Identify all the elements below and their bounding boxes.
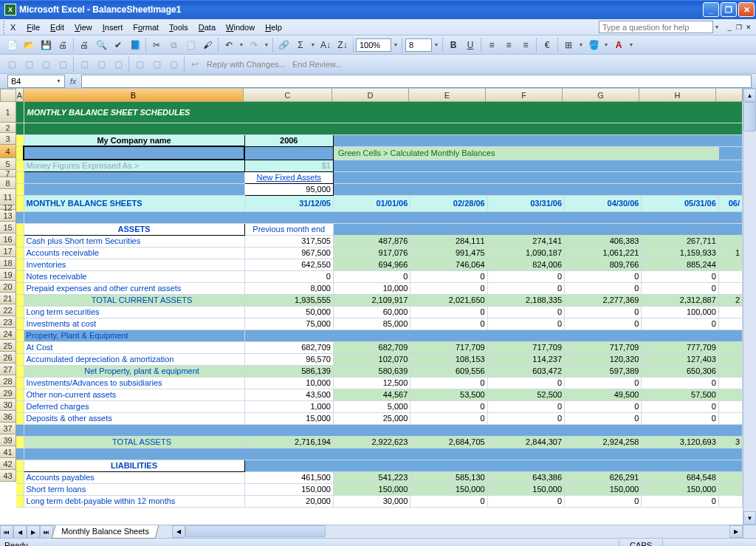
- paste-button[interactable]: 📋: [182, 37, 199, 53]
- cell-invc-6[interactable]: [718, 318, 742, 330]
- undo-button[interactable]: ↶: [221, 37, 237, 53]
- cell-dep-6[interactable]: [718, 412, 742, 424]
- open-button[interactable]: 📂: [21, 37, 37, 53]
- cell-defc-0[interactable]: 1,000: [244, 400, 333, 412]
- cell-invc-1[interactable]: 85,000: [333, 318, 410, 330]
- cell-tca-3[interactable]: 2,188,335: [487, 294, 564, 306]
- menu-insert[interactable]: Insert: [97, 21, 128, 33]
- borders-dropdown[interactable]: ▼: [577, 42, 585, 47]
- cell-netppe-1[interactable]: 580,639: [333, 365, 410, 377]
- review-btn-7[interactable]: ▢: [110, 56, 126, 72]
- cell-prepaid-5[interactable]: 0: [642, 282, 718, 294]
- cell-ltd-5[interactable]: 0: [642, 495, 718, 507]
- cell-cash-6[interactable]: [718, 235, 742, 247]
- cell-netppe-6[interactable]: [718, 365, 742, 377]
- research-button[interactable]: 📘: [127, 37, 143, 53]
- cell-ap-4[interactable]: 626,291: [565, 471, 642, 483]
- cell-cash-1[interactable]: 487,876: [333, 235, 410, 247]
- cell-inv-0[interactable]: 642,550: [244, 259, 333, 270]
- horizontal-scrollbar[interactable]: ◀ ▶: [172, 525, 743, 538]
- cells-area[interactable]: MONTHLY BALANCE SHEET SCHEDULES My Compa…: [16, 102, 743, 525]
- cell-ar-0[interactable]: 967,500: [244, 247, 333, 259]
- cell-ta-2[interactable]: 2,684,705: [410, 436, 487, 448]
- cell-cash-3[interactable]: 274,141: [487, 235, 564, 247]
- new-button[interactable]: 📄: [4, 37, 20, 53]
- cell-inv-1[interactable]: 694,966: [333, 259, 410, 270]
- cell-stl-0[interactable]: 150,000: [244, 483, 333, 495]
- cell-ltd-6[interactable]: [718, 495, 742, 507]
- cell-invc-2[interactable]: 0: [410, 318, 487, 330]
- row-30[interactable]: 30: [0, 399, 16, 411]
- scroll-left-button[interactable]: ◀: [172, 525, 185, 538]
- col-C[interactable]: C: [244, 89, 332, 102]
- review-btn-3[interactable]: ▢: [38, 56, 54, 72]
- review-btn-4[interactable]: ▢: [55, 56, 71, 72]
- autosum-button[interactable]: Σ: [292, 37, 309, 53]
- row-18[interactable]: 18: [0, 257, 16, 269]
- cell-prepaid-3[interactable]: 0: [487, 282, 564, 294]
- bold-button[interactable]: B: [445, 37, 461, 53]
- fx-button[interactable]: fx: [65, 77, 81, 86]
- cell-ltd-0[interactable]: 20,000: [244, 495, 333, 507]
- review-btn-9[interactable]: ▢: [148, 56, 165, 72]
- cell-accdep-0[interactable]: 96,570: [244, 353, 333, 365]
- align-left-button[interactable]: ≡: [484, 37, 500, 53]
- menu-edit[interactable]: Edit: [45, 21, 69, 33]
- cell-stl-3[interactable]: 150,000: [487, 483, 564, 495]
- doc-icon[interactable]: X: [10, 23, 16, 32]
- row-26[interactable]: 26: [0, 352, 16, 364]
- cell-cash-0[interactable]: 317,505: [244, 235, 333, 247]
- cell-ar-2[interactable]: 991,475: [410, 247, 487, 259]
- cell-atcost-5[interactable]: 777,709: [642, 341, 718, 353]
- cell-stl-5[interactable]: 150,000: [642, 483, 718, 495]
- align-center-button[interactable]: ≡: [501, 37, 517, 53]
- reply-icon[interactable]: ↩: [187, 56, 203, 72]
- review-btn-5[interactable]: ▢: [76, 56, 92, 72]
- cell-cash-4[interactable]: 406,383: [565, 235, 642, 247]
- cut-button[interactable]: ✂: [148, 37, 165, 53]
- menubar-handle[interactable]: [3, 21, 7, 34]
- formula-input[interactable]: [81, 75, 752, 88]
- cell-stl-6[interactable]: [718, 483, 742, 495]
- cell-defc-1[interactable]: 5,000: [333, 400, 410, 412]
- cell-invc-4[interactable]: 0: [565, 318, 642, 330]
- cell-dep-4[interactable]: 0: [565, 412, 642, 424]
- cell-ap-0[interactable]: 461,500: [244, 471, 333, 483]
- col-A[interactable]: A: [16, 89, 24, 102]
- cell-defc-2[interactable]: 0: [410, 400, 487, 412]
- cell-inv-5[interactable]: 885,244: [642, 259, 718, 270]
- zoom-dropdown[interactable]: ▼: [392, 42, 399, 47]
- row-2[interactable]: 2: [0, 123, 16, 133]
- cell-defc-3[interactable]: 0: [487, 400, 564, 412]
- cell-onc-3[interactable]: 52,500: [487, 389, 564, 400]
- currency-button[interactable]: €: [539, 37, 555, 53]
- row-41[interactable]: 41: [0, 446, 16, 458]
- cell-dep-2[interactable]: 0: [410, 412, 487, 424]
- cell-defc-5[interactable]: 0: [642, 400, 718, 412]
- cell-invadv-1[interactable]: 12,500: [333, 377, 410, 389]
- cell-stl-2[interactable]: 150,000: [410, 483, 487, 495]
- select-all-corner[interactable]: [0, 89, 16, 102]
- next-sheet-button[interactable]: ▶: [27, 525, 40, 539]
- preview-button[interactable]: 🔍: [93, 37, 109, 53]
- col-H[interactable]: H: [639, 89, 716, 102]
- cell-ta-5[interactable]: 3,120,693: [642, 436, 718, 448]
- cell-accdep-1[interactable]: 102,070: [333, 353, 410, 365]
- cell-accdep-2[interactable]: 108,153: [410, 353, 487, 365]
- cell-atcost-0[interactable]: 682,709: [244, 341, 333, 353]
- copy-button[interactable]: ⧉: [165, 37, 182, 53]
- cell-lts-0[interactable]: 50,000: [244, 306, 333, 318]
- row-36[interactable]: 36: [0, 411, 16, 423]
- cell-ta-4[interactable]: 2,924,258: [565, 436, 642, 448]
- hscroll-thumb[interactable]: [185, 525, 326, 537]
- cell-invadv-3[interactable]: 0: [487, 377, 564, 389]
- row-16[interactable]: 16: [0, 233, 16, 245]
- row-27[interactable]: 27: [0, 364, 16, 375]
- cell-stl-4[interactable]: 150,000: [565, 483, 642, 495]
- row-1[interactable]: 1: [0, 102, 16, 123]
- cell-lts-5[interactable]: 100,000: [642, 306, 718, 318]
- row-19[interactable]: 19: [0, 269, 16, 281]
- col-D[interactable]: D: [332, 89, 409, 102]
- cell-defc-4[interactable]: 0: [565, 400, 642, 412]
- doc-close-button[interactable]: ✕: [744, 23, 753, 32]
